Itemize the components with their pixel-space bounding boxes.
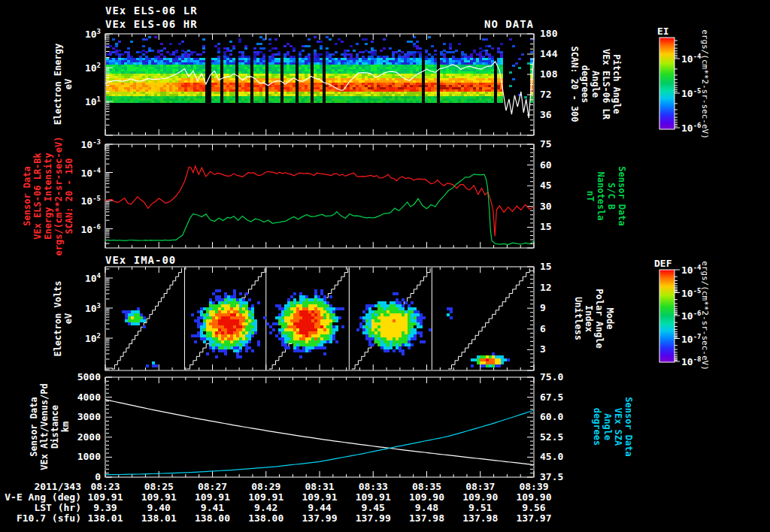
footer-row1-value: 9.56: [507, 502, 561, 513]
panel3-ytick: 104: [69, 272, 101, 284]
footer-row2-value: 138.01: [132, 512, 186, 524]
axis-label-line: Angle: [590, 46, 601, 122]
footer-time-value: 08:39: [507, 481, 561, 492]
footer-row0-value: 109.91: [239, 491, 293, 503]
footer-row2-value: 137.99: [293, 512, 347, 524]
panel3-left-axis-label: Electron VoltseV: [53, 280, 74, 356]
panel2-ytick: 10-3: [69, 138, 101, 150]
footer-row2-label: F10.7 (sfu): [5, 512, 81, 524]
footer-row2-value: 137.99: [346, 512, 400, 524]
panel4-ytick: 4000: [63, 391, 101, 403]
axis-label-line: Pitch Angle: [611, 46, 622, 122]
footer-row0-value: 109.91: [78, 491, 132, 503]
panel1-ytick: 103: [69, 28, 101, 40]
colorbar1-tick: 10-5: [681, 87, 702, 99]
panel1-ytick: 102: [69, 62, 101, 74]
axis-label-line: nT: [585, 166, 596, 225]
footer-row0-value: 109.90: [400, 491, 454, 503]
axis-label-line: Index: [584, 289, 594, 348]
footer-row2-value: 138.00: [239, 512, 293, 524]
no-data-label: NO DATA: [421, 18, 534, 30]
footer-row1-value: 9.51: [453, 502, 508, 513]
panel1-right-ytick: 144: [540, 48, 578, 59]
axis-label-line: Unitless: [573, 289, 584, 348]
panel1-left-axis-label: Electron EnergyeV: [53, 44, 74, 125]
axis-label-line: Energy Intensity: [43, 137, 53, 256]
footer-row2-value: 137.97: [507, 512, 561, 524]
panel2-right-ytick: 60: [540, 159, 578, 171]
panel3-ytick: 102: [69, 332, 101, 344]
axis-label-line: Mode: [605, 289, 615, 348]
panel1-right-ytick: 180: [540, 28, 578, 39]
panel2-left-axis-label: Sensor DataVEx ELS-06 LR-BkEnergy Intens…: [22, 137, 74, 256]
colorbar1-tick: 10-4: [681, 53, 702, 65]
panel2-right-ytick: 15: [540, 221, 578, 232]
axis-label-line: Sensor Data: [617, 166, 627, 225]
colorbar2-tick: 10-8: [681, 355, 702, 367]
footer-time-value: 08:33: [346, 481, 400, 492]
footer-row2-value: 137.98: [400, 512, 454, 524]
title-els-hr: VEx ELS-06 HR: [105, 18, 198, 30]
panel1-right-ytick: 72: [540, 89, 578, 100]
footer-row1-value: 9.45: [346, 502, 400, 513]
panel4-right-ytick: 45.0: [540, 451, 578, 462]
axis-label-line: Sensor Data: [22, 137, 32, 256]
footer-time-value: 08:35: [400, 481, 454, 492]
axis-label-line: VEx Alt/Venus/Pd: [39, 383, 50, 470]
axis-label-line: ergs/(cm**2-sr-sec-eV): [53, 137, 64, 256]
axis-label-line: eV: [63, 44, 74, 125]
panel2-right-ytick: 75: [540, 138, 578, 150]
axis-label-line: Angle: [602, 397, 613, 456]
panel1-right-ytick: 108: [540, 68, 578, 80]
panel4-right-axis-label: Sensor DataVEx SZAAngledegrees: [592, 397, 634, 456]
axis-label-line: VEx ELS-06 LR: [601, 46, 611, 122]
axis-label-line: Electron Energy: [53, 44, 63, 125]
axis-label-line: Distance: [50, 383, 60, 470]
footer-time-value: 08:31: [293, 481, 347, 492]
panel3-right-ytick: 15: [540, 261, 578, 272]
footer-time-value: 08:27: [186, 481, 240, 492]
footer-time-value: 08:23: [78, 481, 132, 492]
panel4-right-ytick: 67.5: [540, 391, 578, 403]
panel2-right-ytick: 45: [540, 180, 578, 191]
colorbar1-title: EI: [657, 26, 669, 37]
footer-row0-value: 109.91: [186, 491, 240, 503]
footer-row2-value: 137.98: [453, 512, 508, 524]
footer-row0-value: 109.90: [507, 491, 561, 503]
title-ima: VEx IMA-00: [105, 254, 176, 266]
colorbar2-tick: 10-5: [681, 287, 702, 299]
axis-label-line: degrees: [580, 46, 590, 122]
panel2-ytick: 10-6: [69, 223, 101, 235]
panel2-ytick: 10-5: [69, 195, 101, 207]
footer-row1-value: 9.41: [186, 502, 240, 513]
colorbar2-title: DEF: [654, 258, 671, 269]
colorbar1-tick: 10-6: [681, 122, 702, 134]
panel2-ytick: 10-4: [69, 167, 101, 179]
footer-row0-value: 109.91: [132, 491, 186, 503]
axis-label-line: Electron Volts: [53, 280, 63, 356]
axis-label-line: VEx ELS-06 LR-Bk: [32, 137, 43, 256]
footer-row0-value: 109.90: [453, 491, 508, 503]
footer-time-value: 08:37: [453, 481, 508, 492]
panel4-ytick: 1000: [63, 451, 101, 462]
axis-label-line: Sensor Data: [29, 383, 39, 470]
footer-row0-value: 109.91: [293, 491, 347, 503]
footer-row1-value: 9.39: [78, 502, 132, 513]
panel3-right-ytick: 6: [540, 323, 578, 334]
axis-label-line: Sensor Data: [623, 397, 634, 456]
panel2-right-ytick: 30: [540, 201, 578, 212]
panel2-right-axis-label: Sensor DataS/C BNanoteslanT: [585, 166, 627, 225]
panel3-right-ytick: 9: [540, 302, 578, 313]
panel3-ytick: 103: [69, 302, 101, 314]
axis-label-line: S/C B: [606, 166, 617, 225]
panel4-ytick: 5000: [63, 371, 101, 382]
panel4-ytick: 3000: [63, 411, 101, 422]
panel3-right-ytick: 3: [540, 343, 578, 355]
axis-label-line: degrees: [592, 397, 602, 456]
colorbar2-tick: 10-4: [681, 264, 702, 276]
panel4-ytick: 2000: [63, 431, 101, 443]
title-els-lr: VEx ELS-06 LR: [105, 5, 198, 17]
footer-row1-label: LST (hr): [5, 502, 81, 513]
footer-row1-value: 9.40: [132, 502, 186, 513]
footer-row1-value: 9.42: [239, 502, 293, 513]
